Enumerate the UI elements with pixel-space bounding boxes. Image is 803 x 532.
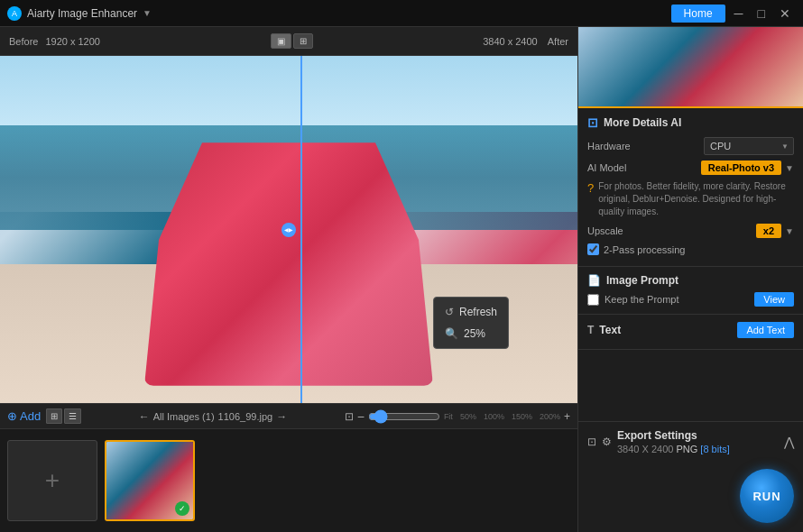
zoom-label: 25% [464,327,485,340]
filmstrip-item[interactable]: ✓ [105,440,195,521]
nav-label: All Images (1) [153,411,215,422]
title-arrow: ▼ [143,8,152,18]
more-details-label: More Details AI [604,116,681,129]
add-text-button[interactable]: Add Text [737,322,794,338]
text-label: Text [599,324,621,336]
keep-prompt-label: Keep the Prompt [605,294,749,305]
zoom-150: 150% [512,412,532,421]
title-bar-left: A Aiarty Image Enhancer ▼ [7,6,152,21]
after-section: 3840 x 2400 After [483,36,568,47]
viewer-toolbar: Before 1920 x 1200 ▣ ⊞ 3840 x 2400 After [0,27,577,56]
add-image-placeholder[interactable]: + [7,440,97,521]
hardware-select[interactable]: CPU GPU [704,137,794,155]
before-label: Before [9,36,38,47]
right-panel: ⊡ More Details AI Hardware CPU GPU AI Mo… [577,27,803,532]
text-title-left: T Text [587,324,621,336]
info-icon: ? [587,181,594,195]
two-pass-row: 2-Pass processing [587,243,794,255]
export-title: Export Settings [617,429,730,442]
hardware-label: Hardware [587,141,631,151]
view-prompt-button[interactable]: View [754,292,794,307]
export-icon: ⊡ [587,436,596,448]
keep-prompt-checkbox[interactable] [587,294,599,306]
add-icon: ⊕ [7,409,17,423]
details-icon: ⊡ [587,115,598,130]
grid-view-button[interactable]: ⊞ [46,408,62,424]
view-buttons: ⊞ ☰ [46,408,81,424]
resolution-right: 3840 x 2400 [483,36,538,47]
zoom-100: 100% [484,412,504,421]
zoom-icon: 🔍 [445,327,458,340]
more-details-section: ⊡ More Details AI Hardware CPU GPU AI Mo… [578,108,803,267]
thumb-overlay [578,27,803,106]
collapse-button[interactable]: ⋀ [784,435,794,449]
zoom-out-button[interactable]: − [357,409,365,424]
run-button[interactable]: RUN [740,469,794,523]
hardware-row: Hardware CPU GPU [587,137,794,155]
bottom-left: ⊕ Add ⊞ ☰ [7,408,81,424]
zoom-in-button[interactable]: + [564,410,570,423]
ai-model-badge: Real-Photo v3 [701,161,781,175]
run-section: RUN [578,462,803,532]
export-info-block: Export Settings 3840 X 2400 PNG [8 bits] [617,429,730,454]
zoom-menu-item[interactable]: 🔍 25% [434,323,508,344]
image-prompt-title: 📄 Image Prompt [587,274,794,287]
title-bar: A Aiarty Image Enhancer ▼ Home ─ □ ✕ [0,0,803,27]
refresh-menu-item[interactable]: ↺ Refresh [434,301,508,323]
text-icon: T [587,324,594,336]
hardware-select-wrapper: CPU GPU [704,137,794,155]
close-button[interactable]: ✕ [774,6,796,21]
export-format-label: PNG [676,444,697,454]
minimize-button[interactable]: ─ [729,6,749,21]
image-display [0,56,577,403]
ai-model-arrow: ▼ [785,163,794,173]
viewer-panel: Before 1920 x 1200 ▣ ⊞ 3840 x 2400 After [0,27,577,532]
export-bits-label: [8 bits] [700,444,729,454]
next-button[interactable]: → [276,410,287,423]
side-by-side-button[interactable]: ⊞ [293,33,313,49]
nav-section: ← All Images (1) 1106_99.jpg → [139,410,287,423]
ai-model-row: AI Model Real-Photo v3 ▼ [587,161,794,175]
ai-model-label: AI Model [587,162,626,173]
after-label: After [548,36,568,47]
upscale-arrow: ▼ [785,226,794,236]
split-handle[interactable] [282,223,296,237]
add-button[interactable]: ⊕ Add [7,409,41,423]
view-toggle: ▣ ⊞ [271,33,313,49]
dress-shape [144,142,433,386]
app-logo: A [7,6,22,21]
title-bar-right: Home ─ □ ✕ [671,5,796,23]
refresh-label: Refresh [459,306,497,318]
main-layout: Before 1920 x 1200 ▣ ⊞ 3840 x 2400 After [0,27,803,532]
export-resolution: 3840 X 2400 PNG [8 bits] [617,444,730,454]
filename-label: 1106_99.jpg [218,411,273,422]
context-menu: ↺ Refresh 🔍 25% [433,297,509,349]
upscale-row: Upscale x2 ▼ [587,224,794,238]
zoom-section: ⊡ − Fit 50% 100% 150% 200% + [345,409,570,424]
image-canvas[interactable]: ↺ Refresh 🔍 25% [0,56,577,403]
list-view-button[interactable]: ☰ [64,408,81,424]
export-section: ⊡ ⚙ Export Settings 3840 X 2400 PNG [8 b… [578,421,803,462]
prev-button[interactable]: ← [139,410,150,423]
bottom-toolbar: ⊕ Add ⊞ ☰ ← All Images (1) 1106_99.jpg →… [0,403,577,428]
export-left: ⊡ ⚙ Export Settings 3840 X 2400 PNG [8 b… [587,429,730,454]
more-details-title: ⊡ More Details AI [587,115,794,130]
two-pass-checkbox[interactable] [587,243,599,255]
zoom-200: 200% [540,412,560,421]
maximize-button[interactable]: □ [752,6,771,21]
zoom-marks: Fit 50% 100% 150% 200% [444,412,560,421]
image-icon: ⊡ [345,410,354,423]
zoom-slider[interactable] [368,409,440,424]
export-gear-icon: ⚙ [602,436,612,448]
filmstrip: + ✓ [0,428,577,532]
view-toggle-group: ▣ ⊞ [271,33,313,49]
resolution-left: 1920 x 1200 [45,36,100,47]
thumbnail-preview [578,27,803,108]
add-placeholder-icon: + [45,466,60,495]
export-row: ⊡ ⚙ Export Settings 3840 X 2400 PNG [8 b… [587,429,794,454]
info-row: ? For photos. Better fidelity, more clar… [587,180,794,218]
home-button[interactable]: Home [671,5,725,23]
info-text: For photos. Better fidelity, more clarit… [598,180,794,218]
refresh-icon: ↺ [445,306,454,318]
split-view-button[interactable]: ▣ [271,33,291,49]
